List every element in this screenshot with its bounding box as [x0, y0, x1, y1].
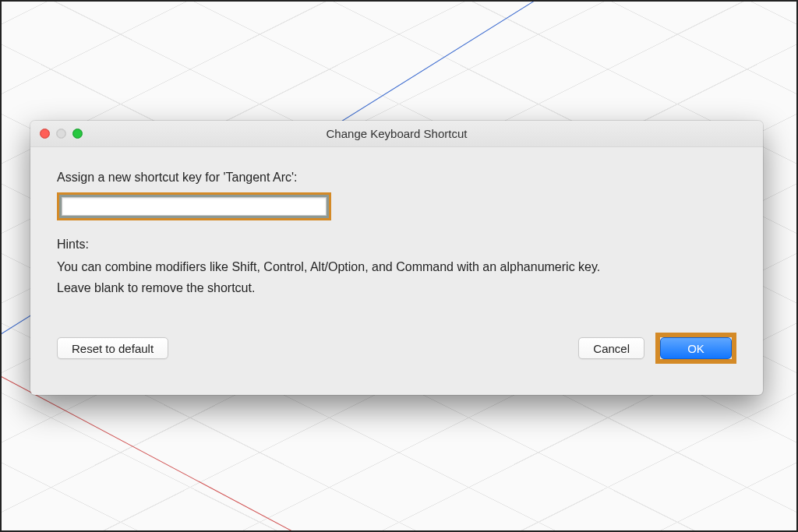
cancel-button[interactable]: Cancel — [578, 337, 644, 359]
shortcut-dialog: Change Keyboard Shortcut Assign a new sh… — [30, 121, 763, 395]
button-row: Reset to default Cancel OK — [57, 333, 736, 364]
ok-highlight-frame: OK — [655, 333, 736, 364]
hints-line-1: You can combine modifiers like Shift, Co… — [57, 260, 600, 273]
dialog-titlebar: Change Keyboard Shortcut — [30, 121, 763, 147]
input-highlight-frame — [57, 192, 331, 220]
ok-button[interactable]: OK — [660, 337, 732, 359]
dialog-title: Change Keyboard Shortcut — [327, 127, 468, 140]
shortcut-input[interactable] — [62, 197, 327, 216]
assign-shortcut-label: Assign a new shortcut key for 'Tangent A… — [57, 171, 736, 185]
hints-heading: Hints: — [57, 238, 736, 252]
minimize-window-button — [56, 129, 66, 139]
window-controls — [40, 129, 83, 139]
hints-line-2: Leave blank to remove the shortcut. — [57, 281, 255, 294]
close-window-button[interactable] — [40, 129, 50, 139]
reset-to-default-button[interactable]: Reset to default — [57, 337, 168, 359]
zoom-window-button[interactable] — [72, 129, 83, 139]
dialog-content: Assign a new shortcut key for 'Tangent A… — [30, 147, 763, 379]
hints-text: You can combine modifiers like Shift, Co… — [57, 256, 736, 298]
